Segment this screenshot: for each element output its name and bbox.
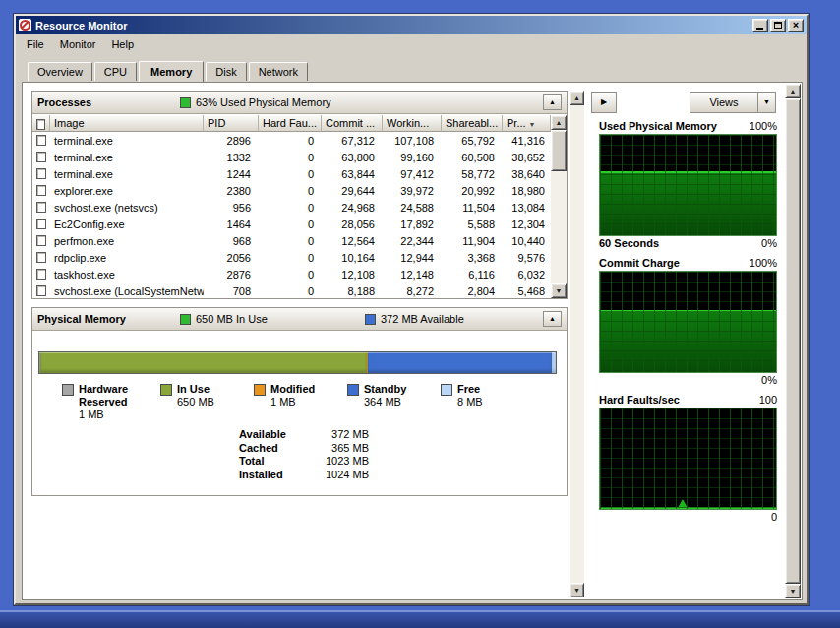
taskbar[interactable]: [0, 610, 840, 628]
column-private[interactable]: Pr...▼: [503, 115, 551, 132]
scroll-track[interactable]: [785, 98, 801, 584]
titlebar[interactable]: Resource Monitor ×: [16, 16, 807, 34]
cell-pid: 1332: [204, 152, 259, 163]
row-checkbox[interactable]: [36, 269, 46, 280]
column-commit[interactable]: Commit ...: [322, 115, 383, 132]
legend-item-standby: Standby 364 MB: [347, 383, 441, 421]
row-checkbox[interactable]: [36, 152, 46, 162]
row-checkbox[interactable]: [36, 168, 46, 179]
table-row[interactable]: Ec2Config.exe 1464 0 28,056 17,892 5,588…: [32, 216, 551, 232]
column-private-label: Pr...: [507, 117, 526, 129]
used-memory-swatch: [180, 97, 191, 108]
cell-working-set: 97,412: [383, 168, 442, 180]
expand-pane-button[interactable]: ▶: [591, 92, 617, 113]
views-dropdown-button[interactable]: ▼: [758, 92, 776, 113]
scroll-up-button[interactable]: ▲: [570, 91, 584, 105]
scroll-track[interactable]: [551, 130, 567, 283]
cell-private: 6,032: [503, 269, 551, 281]
table-row[interactable]: terminal.exe 2896 0 67,312 107,108 65,79…: [32, 132, 551, 149]
column-pid[interactable]: PID: [204, 115, 259, 132]
scroll-thumb[interactable]: [551, 130, 567, 171]
menu-file[interactable]: File: [19, 35, 52, 53]
row-checkbox[interactable]: [36, 219, 46, 229]
table-row[interactable]: svchost.exe (netsvcs) 956 0 24,968 24,58…: [32, 199, 551, 216]
views-button[interactable]: Views ▼: [690, 92, 776, 113]
legend-label: In Use: [177, 383, 214, 396]
row-checkbox[interactable]: [36, 135, 46, 146]
row-checkbox[interactable]: [36, 235, 46, 246]
tab-overview[interactable]: Overview: [28, 62, 92, 81]
menu-bar: File Monitor Help: [16, 34, 807, 54]
row-checkbox[interactable]: [36, 252, 46, 263]
row-checkbox[interactable]: [36, 202, 46, 213]
commit-charge-graph-block: Commit Charge 100% 0%: [591, 255, 784, 388]
table-row[interactable]: rdpclip.exe 2056 0 10,164 12,944 3,368 9…: [32, 249, 551, 266]
cell-pid: 708: [204, 285, 259, 297]
right-pane-scrollbar[interactable]: ▲ ▼: [785, 84, 801, 598]
processes-collapse-button[interactable]: ▲: [543, 94, 562, 110]
views-button-label[interactable]: Views: [690, 92, 758, 113]
table-row[interactable]: terminal.exe 1244 0 63,844 97,412 58,772…: [32, 165, 551, 182]
left-pane-scrollbar[interactable]: ▲ ▼: [570, 91, 584, 597]
table-row[interactable]: taskhost.exe 2876 0 12,108 12,148 6,116 …: [32, 266, 551, 283]
stat-label: Cached: [239, 442, 308, 456]
table-row[interactable]: svchost.exe (LocalSystemNetwo... 708 0 8…: [32, 283, 551, 298]
stat-value: 1024 MB: [308, 469, 369, 482]
scroll-track[interactable]: [570, 105, 584, 583]
cell-shareable: 20,992: [442, 185, 503, 197]
maximize-icon: [774, 22, 782, 29]
legend-swatch: [160, 384, 172, 396]
graph-grid: [600, 135, 776, 235]
available-status: 372 MB Available: [365, 313, 464, 325]
tab-cpu[interactable]: CPU: [94, 62, 137, 81]
column-shareable[interactable]: Shareabl...: [442, 115, 503, 132]
scroll-down-button[interactable]: ▼: [551, 283, 567, 298]
processes-header[interactable]: Processes 63% Used Physical Memory ▲: [32, 92, 567, 114]
stat-label: Available: [239, 428, 308, 442]
minimize-button[interactable]: [752, 19, 768, 32]
row-checkbox[interactable]: [36, 285, 46, 296]
tab-network[interactable]: Network: [249, 62, 308, 81]
table-row[interactable]: perfmon.exe 968 0 12,564 22,344 11,904 1…: [32, 232, 551, 249]
column-working-set[interactable]: Workin...: [383, 115, 442, 132]
memory-legend: Hardware Reserved 1 MB In Use 650 MB Mod…: [32, 383, 567, 421]
legend-value: 1 MB: [270, 396, 315, 408]
cell-image: svchost.exe (LocalSystemNetwo...: [50, 285, 204, 297]
tab-disk[interactable]: Disk: [206, 62, 246, 81]
cell-hard-faults: 0: [259, 285, 322, 297]
select-all-checkbox[interactable]: [36, 119, 45, 130]
tab-memory[interactable]: Memory: [139, 61, 204, 82]
cell-commit: 12,108: [322, 269, 383, 281]
cell-working-set: 24,588: [383, 202, 442, 214]
menu-monitor[interactable]: Monitor: [52, 35, 104, 53]
legend-item-modified: Modified 1 MB: [254, 383, 347, 421]
table-row[interactable]: explorer.exe 2380 0 29,644 39,972 20,992…: [32, 182, 551, 199]
physical-memory-header[interactable]: Physical Memory 650 MB In Use 372 MB Ava…: [32, 308, 567, 331]
maximize-button[interactable]: [770, 19, 786, 32]
table-row[interactable]: terminal.exe 1332 0 63,800 99,160 60,508…: [32, 149, 551, 165]
cell-shareable: 65,792: [442, 135, 503, 147]
scroll-up-button[interactable]: ▲: [785, 84, 801, 98]
scroll-down-button[interactable]: ▼: [785, 584, 801, 598]
scroll-down-button[interactable]: ▼: [570, 583, 584, 597]
menu-help[interactable]: Help: [103, 35, 142, 53]
scroll-thumb[interactable]: [785, 98, 801, 584]
row-checkbox[interactable]: [36, 185, 46, 196]
window-controls: ×: [752, 19, 804, 32]
used-memory-status-text: 63% Used Physical Memory: [196, 96, 331, 108]
scroll-up-button[interactable]: ▲: [551, 115, 567, 130]
select-all-cell: [32, 115, 50, 132]
chevron-down-icon: ▼: [763, 98, 770, 105]
close-button[interactable]: ×: [788, 19, 804, 32]
column-hard-faults[interactable]: Hard Fau...: [259, 115, 322, 132]
legend-label: Modified: [270, 383, 315, 396]
processes-scrollbar[interactable]: ▲ ▼: [551, 115, 567, 298]
tab-strip: Overview CPU Memory Disk Network: [16, 56, 807, 81]
physical-memory-collapse-button[interactable]: ▲: [543, 311, 562, 327]
stat-total: Total 1023 MB: [239, 455, 369, 469]
cell-image: Ec2Config.exe: [50, 219, 204, 230]
memory-usage-bar: [38, 351, 557, 374]
available-swatch: [365, 314, 376, 325]
cell-shareable: 58,772: [442, 168, 503, 180]
column-image[interactable]: Image: [50, 115, 204, 132]
